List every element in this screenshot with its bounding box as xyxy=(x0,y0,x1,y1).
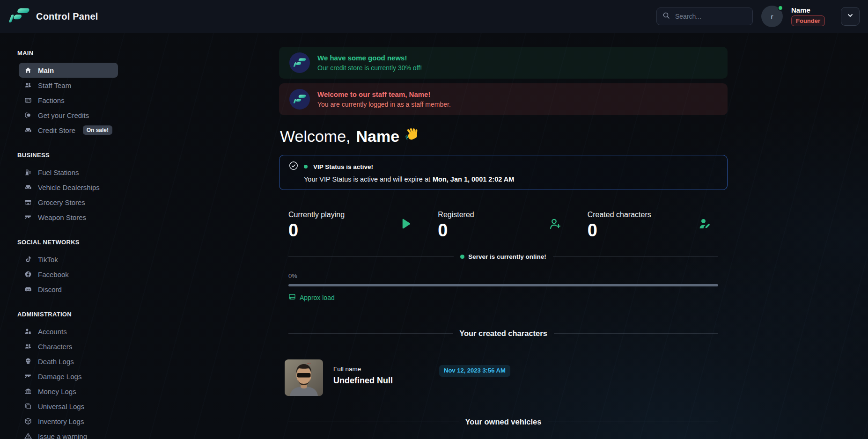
search-box xyxy=(656,7,753,25)
sidebar-item-label: TikTok xyxy=(38,256,58,263)
role-badge: Founder xyxy=(791,15,825,27)
discord-icon xyxy=(24,285,32,293)
character-list-item[interactable]: Full name Undefined Null Nov 12, 2023 3:… xyxy=(285,359,728,396)
cube-icon xyxy=(24,417,32,425)
sidebar-item-fuel-stations[interactable]: Fuel Stations xyxy=(19,165,118,180)
users-icon xyxy=(24,81,32,89)
sidebar-item-label: Credit Store xyxy=(38,126,75,134)
approx-load-label: Approx load xyxy=(288,293,718,302)
stats-row: Currently playing 0 Registered 0 Created… xyxy=(279,211,728,239)
sidebar-item-get-your-credits[interactable]: Get your Credits xyxy=(19,108,118,123)
online-status-dot xyxy=(778,5,783,11)
server-status-divider: Server is currently online! xyxy=(288,253,718,260)
header-right: r Name Founder xyxy=(656,6,860,27)
sidebar-item-tiktok[interactable]: TikTok xyxy=(19,252,118,267)
alert-title: Welcome to our staff team, Name! xyxy=(317,90,451,98)
vip-message: Your VIP Status is active and will expir… xyxy=(304,176,718,183)
sidebar: MAIN Main Staff Team Factions Get your C… xyxy=(0,33,139,439)
play-icon xyxy=(398,217,412,233)
online-dot xyxy=(460,255,464,259)
sidebar-item-characters[interactable]: Characters xyxy=(19,339,118,354)
sidebar-item-label: Facebook xyxy=(38,271,69,278)
sidebar-item-label: Vehicle Dealerships xyxy=(38,183,100,191)
sidebar-item-grocery-stores[interactable]: Grocery Stores xyxy=(19,195,118,210)
home-icon xyxy=(24,66,32,74)
sidebar-item-weapon-stores[interactable]: Weapon Stores xyxy=(19,210,118,225)
sidebar-section-title: ADMINISTRATION xyxy=(17,311,139,318)
sidebar-item-label: Factions xyxy=(38,96,65,104)
sidebar-item-universal-logs[interactable]: Universal Logs xyxy=(19,399,118,414)
sidebar-item-accounts[interactable]: Accounts xyxy=(19,324,118,339)
server-load-progressbar xyxy=(288,284,718,286)
sidebar-item-issue-a-warning[interactable]: Issue a warning xyxy=(19,429,118,439)
section-title: Your owned vehicles xyxy=(465,417,542,426)
search-input[interactable] xyxy=(674,12,747,21)
welcome-prefix: Welcome, xyxy=(280,128,351,144)
sidebar-item-main[interactable]: Main xyxy=(19,63,118,78)
car-icon xyxy=(24,126,32,134)
app-title: Control Panel xyxy=(36,11,98,22)
vip-expiry-date: Mon, Jan 1, 0001 2:02 AM xyxy=(433,176,514,183)
brand: Control Panel xyxy=(8,6,98,27)
sidebar-item-label: Universal Logs xyxy=(38,402,84,410)
sidebar-item-inventory-logs[interactable]: Inventory Logs xyxy=(19,414,118,429)
tiktok-icon xyxy=(24,256,32,263)
gun-icon xyxy=(24,213,32,221)
approx-load-text: Approx load xyxy=(300,294,335,301)
vip-message-prefix: Your VIP Status is active and will expir… xyxy=(304,176,430,183)
coin-icon xyxy=(24,111,32,119)
stat-registered: Registered 0 xyxy=(428,211,578,239)
divider-line xyxy=(288,256,454,257)
user-name: Name xyxy=(791,7,810,14)
car-icon xyxy=(24,183,32,191)
app-logo-icon xyxy=(8,6,30,27)
warning-icon xyxy=(24,432,32,439)
main-area: We have some good news! Our credit store… xyxy=(139,33,868,439)
stat-created-characters: Created characters 0 xyxy=(578,211,728,239)
sidebar-item-damage-logs[interactable]: Damage Logs xyxy=(19,369,118,384)
stat-currently-playing: Currently playing 0 xyxy=(279,211,428,239)
check-circle-icon xyxy=(289,161,298,172)
sidebar-item-label: Weapon Stores xyxy=(38,213,86,221)
sidebar-item-discord[interactable]: Discord xyxy=(19,282,118,297)
sidebar-item-label: Get your Credits xyxy=(38,111,89,119)
server-drive-icon xyxy=(288,293,296,302)
character-created-date-badge: Nov 12, 2023 3:56 AM xyxy=(439,365,510,377)
sidebar-item-label: Staff Team xyxy=(38,81,71,89)
sidebar-item-label: Death Logs xyxy=(38,358,74,366)
character-avatar xyxy=(285,359,323,396)
sidebar-item-label: Money Logs xyxy=(38,388,76,395)
sidebar-item-label: Main xyxy=(38,66,54,74)
copy-icon xyxy=(24,402,32,410)
sidebar-item-factions[interactable]: Factions xyxy=(19,93,118,108)
sidebar-item-death-logs[interactable]: Death Logs xyxy=(19,354,118,369)
users-icon xyxy=(24,343,32,350)
character-full-name: Undefined Null xyxy=(333,376,439,386)
sidebar-item-vehicle-dealerships[interactable]: Vehicle Dealerships xyxy=(19,180,118,195)
vehicles-section-header: Your owned vehicles xyxy=(288,417,718,426)
user-avatar[interactable]: r xyxy=(761,6,783,27)
sidebar-section-title: BUSINESS xyxy=(17,152,139,159)
staff-alert: Welcome to our staff team, Name! You are… xyxy=(279,83,728,115)
storefront-icon xyxy=(24,198,32,206)
section-title: Your created characters xyxy=(459,329,547,338)
sidebar-item-staff-team[interactable]: Staff Team xyxy=(19,78,118,93)
sidebar-item-money-logs[interactable]: Money Logs xyxy=(19,384,118,399)
search-icon xyxy=(662,12,670,21)
user-lock-icon xyxy=(24,328,32,335)
sidebar-item-facebook[interactable]: Facebook xyxy=(19,267,118,282)
divider-line xyxy=(548,422,718,422)
load-percent-label: 0% xyxy=(288,272,718,279)
id-card-icon xyxy=(24,96,32,104)
sidebar-item-label: Damage Logs xyxy=(38,373,81,380)
sidebar-section-title: SOCIAL NETWORKS xyxy=(17,239,139,246)
alert-message: You are currently logged in as a staff m… xyxy=(317,101,451,108)
characters-section-header: Your created characters xyxy=(288,329,718,338)
sidebar-item-credit-store[interactable]: Credit Store On sale! xyxy=(19,123,118,138)
alert-message: Our credit store is currently 30% off! xyxy=(317,64,422,72)
user-menu-button[interactable] xyxy=(841,7,860,26)
waving-hand-icon xyxy=(405,127,420,145)
sidebar-item-label: Grocery Stores xyxy=(38,198,85,206)
server-load-section: 0% Approx load xyxy=(288,272,718,302)
bank-icon xyxy=(24,388,32,395)
